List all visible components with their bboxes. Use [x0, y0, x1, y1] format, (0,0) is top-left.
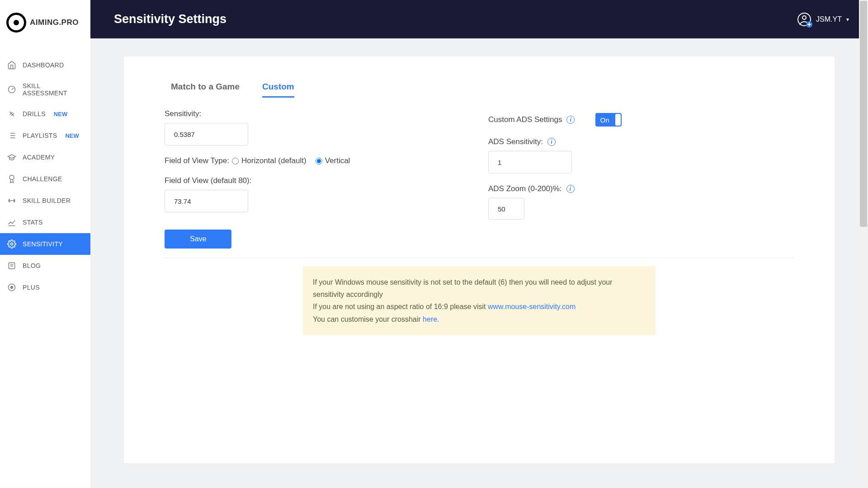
notice-line-2: If you are not using an aspect ratio of …: [313, 300, 646, 313]
sidebar: AIMING.PRO DASHBOARD SKILL ASSESSMENT DR…: [0, 0, 90, 488]
col-right: Custom ADS Settings i On ADS Sensitivity…: [488, 109, 794, 249]
plus-circle-icon: [7, 283, 16, 292]
sensitivity-label: Sensitivity:: [165, 109, 470, 118]
notice-box: If your Windows mouse sensitivity is not…: [303, 266, 656, 335]
info-icon[interactable]: i: [566, 185, 575, 193]
sidebar-item-academy[interactable]: ACADEMY: [0, 146, 90, 168]
fov-horizontal-radio[interactable]: [232, 158, 239, 164]
gauge-icon: [7, 85, 16, 94]
user-menu[interactable]: JSM.YT ▾: [797, 12, 849, 27]
settings-row: Sensitivity: Field of View Type: Horizon…: [165, 109, 794, 258]
fov-type-row: Field of View Type: Horizontal (default)…: [165, 156, 470, 165]
graduation-icon: [7, 153, 16, 162]
sidebar-item-blog[interactable]: BLOG: [0, 255, 90, 277]
tabs: Match to a Game Custom: [165, 82, 794, 98]
notice-line-1: If your Windows mouse sensitivity is not…: [313, 276, 646, 300]
content: Match to a Game Custom Sensitivity: Fiel…: [90, 38, 868, 488]
chart-icon: [7, 218, 16, 227]
scrollbar[interactable]: [859, 0, 868, 488]
tab-custom[interactable]: Custom: [262, 82, 294, 98]
page-title: Sensitivity Settings: [114, 12, 226, 26]
ads-zoom-input[interactable]: [488, 198, 524, 220]
ads-sens-field: ADS Sensitivity: i: [488, 137, 794, 174]
tools-icon: [7, 109, 16, 118]
info-icon[interactable]: i: [547, 138, 556, 146]
target-icon: [6, 13, 26, 33]
toggle-label: On: [595, 116, 609, 124]
home-icon: [7, 61, 16, 70]
fov-input[interactable]: [165, 190, 248, 212]
svg-point-8: [11, 243, 13, 245]
sidebar-item-plus[interactable]: PLUS: [0, 277, 90, 298]
sidebar-item-label: DRILLS: [23, 110, 46, 117]
sidebar-item-label: SKILL ASSESSMENT: [23, 82, 83, 97]
dumbbell-icon: [7, 196, 16, 205]
new-badge: NEW: [65, 132, 79, 139]
sidebar-item-label: SKILL BUILDER: [23, 197, 71, 204]
fov-field: Field of View (default 80):: [165, 176, 470, 212]
brand-logo[interactable]: AIMING.PRO: [0, 0, 90, 45]
sidebar-item-skill-builder[interactable]: SKILL BUILDER: [0, 190, 90, 211]
sidebar-item-playlists[interactable]: PLAYLISTS NEW: [0, 125, 90, 146]
svg-point-15: [802, 16, 806, 19]
fov-horizontal-label: Horizontal (default): [241, 156, 307, 165]
sensitivity-input[interactable]: [165, 123, 248, 145]
info-icon[interactable]: i: [566, 116, 575, 124]
custom-ads-label: Custom ADS Settings: [488, 115, 562, 124]
ads-sens-label: ADS Sensitivity:: [488, 137, 543, 146]
sensitivity-field: Sensitivity:: [165, 109, 470, 145]
fov-vertical-radio[interactable]: [316, 158, 322, 164]
custom-ads-row: Custom ADS Settings i On: [488, 113, 794, 127]
sidebar-item-label: PLAYLISTS: [23, 132, 57, 139]
avatar-icon: [797, 12, 811, 27]
scroll-thumb[interactable]: [860, 1, 867, 227]
main: Sensitivity Settings JSM.YT ▾ Match to a…: [90, 0, 868, 488]
gear-icon: [7, 239, 16, 249]
fov-type-label: Field of View Type:: [165, 156, 229, 165]
document-icon: [7, 261, 16, 270]
svg-point-7: [9, 175, 14, 180]
sidebar-item-challenge[interactable]: CHALLENGE: [0, 168, 90, 190]
user-name: JSM.YT: [816, 15, 842, 23]
sidebar-item-label: SENSITIVITY: [23, 240, 63, 248]
mouse-sensitivity-link[interactable]: www.mouse-sensitivity.com: [488, 303, 576, 310]
sidebar-item-label: STATS: [23, 219, 43, 226]
sidebar-item-dashboard[interactable]: DASHBOARD: [0, 54, 90, 76]
toggle-knob: [615, 114, 621, 126]
sidebar-item-label: ACADEMY: [23, 154, 55, 161]
settings-card: Match to a Game Custom Sensitivity: Fiel…: [124, 56, 835, 463]
sidebar-item-label: BLOG: [23, 262, 41, 269]
fov-vertical-label: Vertical: [325, 156, 350, 165]
fov-label: Field of View (default 80):: [165, 176, 470, 185]
list-icon: [7, 131, 16, 140]
custom-ads-toggle[interactable]: On: [595, 113, 622, 127]
sidebar-item-label: PLUS: [23, 284, 40, 291]
ads-zoom-label: ADS Zoom (0-200)%:: [488, 184, 562, 193]
sidebar-item-stats[interactable]: STATS: [0, 211, 90, 233]
brand-text: AIMING.PRO: [30, 18, 79, 27]
sidebar-item-sensitivity[interactable]: SENSITIVITY: [0, 233, 90, 255]
header: Sensitivity Settings JSM.YT ▾: [90, 0, 868, 38]
sidebar-item-label: DASHBOARD: [23, 61, 64, 69]
svg-point-13: [11, 286, 13, 289]
col-left: Sensitivity: Field of View Type: Horizon…: [165, 109, 470, 249]
ads-sens-input[interactable]: [488, 151, 572, 174]
chevron-down-icon: ▾: [846, 16, 849, 23]
ads-zoom-field: ADS Zoom (0-200)%: i: [488, 184, 794, 220]
sidebar-item-label: CHALLENGE: [23, 175, 62, 183]
tab-match[interactable]: Match to a Game: [171, 82, 240, 98]
nav: DASHBOARD SKILL ASSESSMENT DRILLS NEW PL…: [0, 45, 90, 298]
sidebar-item-skill-assessment[interactable]: SKILL ASSESSMENT: [0, 76, 90, 103]
crosshair-link[interactable]: here.: [423, 315, 439, 323]
save-button[interactable]: Save: [165, 230, 231, 249]
notice-line-3: You can customise your crosshair here.: [313, 313, 646, 325]
sidebar-item-drills[interactable]: DRILLS NEW: [0, 103, 90, 125]
new-badge: NEW: [54, 111, 67, 117]
award-icon: [7, 174, 16, 183]
